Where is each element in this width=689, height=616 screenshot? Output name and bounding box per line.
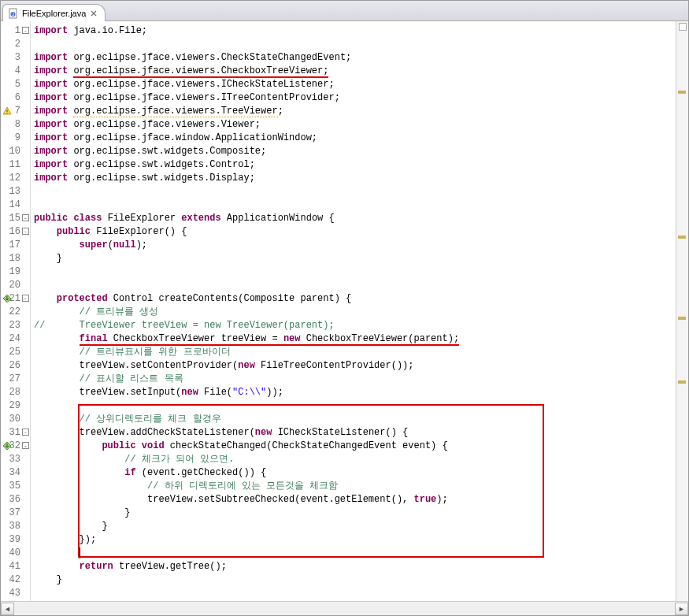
code-line[interactable]: public void checkStateChanged(CheckState… [34,440,676,453]
line-number: 11 [1,158,30,172]
line-number: 7 [1,105,30,118]
code-line[interactable]: protected Control createContents(Composi… [34,292,676,306]
code-line[interactable]: final CheckboxTreeViewer treeView = new … [34,332,676,346]
code-line[interactable]: return treeView.getTree(); [34,560,676,573]
code-editor[interactable]: import java.io.File;import org.eclipse.j… [31,21,676,601]
code-line[interactable] [34,547,676,560]
code-line[interactable]: treeView.setContentProvider(new FileTree… [34,359,676,373]
code-line[interactable]: // 하위 디렉토리에 있는 모든것을 체크함 [34,480,676,493]
overview-mark[interactable] [678,317,686,320]
line-number: 27 [1,373,30,386]
code-line[interactable] [34,587,676,600]
override-icon [2,294,12,303]
line-number: 5 [1,78,30,91]
code-line[interactable]: }); [34,533,676,547]
line-number: 9 [1,132,30,145]
code-line[interactable] [34,199,676,212]
code-line[interactable] [34,279,676,292]
overview-ruler[interactable] [676,21,688,601]
line-number: 37 [1,507,30,520]
line-number: 31- [1,426,30,440]
code-line[interactable]: import org.eclipse.jface.viewers.CheckSt… [34,51,676,65]
line-number: 40 [1,547,30,560]
svg-rect-3 [6,109,7,112]
line-number: 33 [1,453,30,466]
fold-toggle-icon[interactable]: - [22,442,29,449]
overview-mark[interactable] [678,91,686,94]
line-number: 22 [1,306,30,319]
code-line[interactable]: } [34,507,676,520]
horizontal-scrollbar[interactable]: ◄ ► [1,601,688,615]
close-icon[interactable] [89,9,98,18]
code-line[interactable]: import org.eclipse.jface.viewers.Checkbo… [34,65,676,78]
line-number: 28 [1,386,30,399]
code-line[interactable]: } [34,252,676,265]
line-number: 29 [1,399,30,413]
line-number: 8 [1,118,30,132]
line-number: 18 [1,252,30,265]
line-number: 25 [1,346,30,359]
scroll-right-arrow[interactable]: ► [675,603,688,615]
line-number: 3 [1,51,30,65]
code-line[interactable]: // 트리뷰를 생성 [34,306,676,319]
code-line[interactable] [34,38,676,51]
line-number: 6 [1,91,30,105]
code-line[interactable]: import org.eclipse.swt.widgets.Control; [34,158,676,172]
code-line[interactable]: if (event.getChecked()) { [34,466,676,480]
fold-toggle-icon[interactable]: - [22,429,29,436]
code-line[interactable]: } [34,573,676,587]
line-number: 2 [1,38,30,51]
code-line[interactable]: treeView.setSubtreeChecked(event.getElem… [34,493,676,507]
code-line[interactable]: // 트리뷰표시를 위한 프로바이더 [34,346,676,359]
line-number: 36 [1,493,30,507]
fold-toggle-icon[interactable]: - [22,214,29,221]
code-line[interactable]: import org.eclipse.swt.widgets.Composite… [34,145,676,158]
code-line[interactable]: // 체크가 되어 있으면. [34,453,676,466]
code-line[interactable]: // 표시할 리스트 목록 [34,373,676,386]
code-line[interactable]: import org.eclipse.jface.window.Applicat… [34,132,676,145]
line-number: 43 [1,587,30,600]
code-line[interactable]: import org.eclipse.jface.viewers.ITreeCo… [34,91,676,105]
scroll-left-arrow[interactable]: ◄ [1,603,14,615]
scroll-track[interactable] [14,603,675,615]
code-line[interactable] [34,185,676,199]
line-number: 12 [1,172,30,185]
line-number: 26 [1,359,30,373]
fold-toggle-icon[interactable]: - [22,228,29,235]
code-line[interactable]: super(null); [34,239,676,252]
editor-tab-bar: J FileExplorer.java [1,1,688,21]
overview-status-square [679,23,687,31]
code-line[interactable]: // 상위디렉토리를 체크 할경우 [34,413,676,426]
overview-mark[interactable] [678,380,686,384]
line-number: 19 [1,265,30,279]
line-number: 32- [1,440,30,453]
code-line[interactable]: import org.eclipse.jface.viewers.Viewer; [34,118,676,132]
code-line[interactable]: // TreeViewer treeView = new TreeViewer(… [34,319,676,332]
line-number: 34 [1,466,30,480]
code-line[interactable]: import org.eclipse.jface.viewers.ICheckS… [34,78,676,91]
code-line[interactable]: public FileExplorer() { [34,225,676,239]
line-number: 20 [1,279,30,292]
code-line[interactable]: import org.eclipse.swt.widgets.Display; [34,172,676,185]
line-number: 35 [1,480,30,493]
code-line[interactable]: } [34,520,676,533]
code-line[interactable]: treeView.addCheckStateListener(new IChec… [34,426,676,440]
code-line[interactable] [34,265,676,279]
code-line[interactable]: public class FileExplorer extends Applic… [34,212,676,225]
override-icon [2,441,12,451]
editor-tab[interactable]: J FileExplorer.java [2,4,106,21]
overview-mark[interactable] [678,236,686,239]
code-line[interactable]: import java.io.File; [34,24,676,38]
code-line[interactable] [34,399,676,413]
line-number: 30 [1,413,30,426]
fold-toggle-icon[interactable]: - [22,27,29,34]
editor-area: 1-23456789101112131415-16-1718192021-222… [1,21,688,601]
fold-toggle-icon[interactable]: - [22,295,29,302]
line-number: 1- [1,24,30,38]
code-line[interactable]: import org.eclipse.jface.viewers.TreeVie… [34,105,676,118]
line-number: 15- [1,212,30,225]
java-file-icon: J [8,8,19,19]
svg-rect-4 [6,113,7,113]
code-line[interactable]: treeView.setInput(new File("C:\\")); [34,386,676,399]
line-number-gutter[interactable]: 1-23456789101112131415-16-1718192021-222… [1,21,31,601]
